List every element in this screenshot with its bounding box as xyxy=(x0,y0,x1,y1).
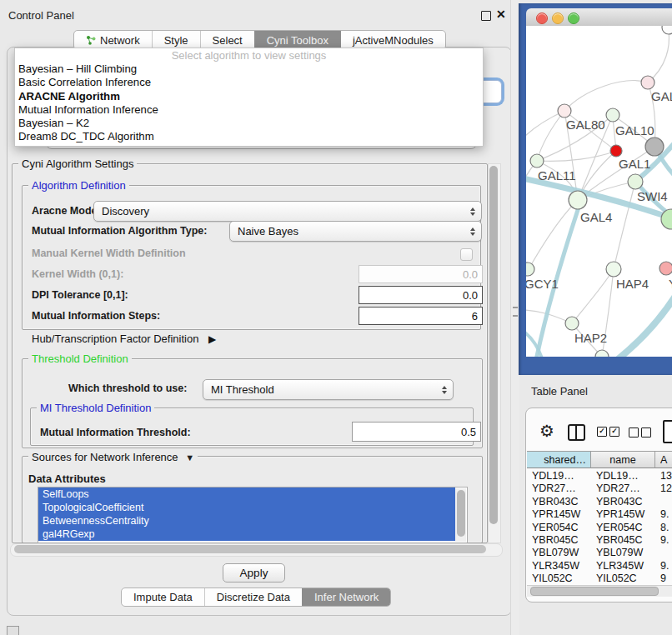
tab-impute-data[interactable]: Impute Data xyxy=(122,588,204,606)
hub-definition-label: Hub/Transcription Factor Definition xyxy=(32,332,198,345)
network-edge-thick[interactable] xyxy=(613,293,672,357)
network-node-gal4[interactable] xyxy=(569,191,587,209)
stepper-icon xyxy=(442,386,447,394)
node-label: GAL1 xyxy=(619,157,650,171)
table-cell: 9. xyxy=(660,560,672,572)
network-node-gcy1[interactable] xyxy=(526,262,534,276)
splitter-handle-icon[interactable] xyxy=(513,307,518,317)
network-edge[interactable] xyxy=(526,111,564,150)
node-label: GAL11 xyxy=(538,168,576,182)
tab-network[interactable]: Network xyxy=(74,31,152,49)
network-tab-icon xyxy=(86,35,96,45)
table-cell: YDR27… xyxy=(596,482,654,495)
table-row[interactable]: YBR045CYBR045C9. xyxy=(526,534,672,547)
mi-threshold-field[interactable]: 0.5 xyxy=(352,422,481,442)
attribute-item-selfloops[interactable]: SelfLoops xyxy=(38,488,455,501)
network-node-gal[interactable] xyxy=(641,76,654,89)
column-header-a[interactable]: A xyxy=(655,451,672,468)
network-window-titlebar[interactable] xyxy=(526,8,672,27)
table-cell: YBR045C xyxy=(532,534,589,547)
algo-option-mutual-information-inference[interactable]: Mutual Information Inference xyxy=(15,103,483,117)
network-node-gal11[interactable] xyxy=(530,154,544,168)
attributes-scrollbar-thumb[interactable] xyxy=(457,490,465,537)
algo-option-bayesian-k2[interactable]: Bayesian – K2 xyxy=(15,117,483,130)
network-node-gal10[interactable] xyxy=(606,108,619,122)
panel-corner-icon[interactable] xyxy=(7,626,19,635)
node-table[interactable]: YDL19…YDL19…13YDR27…YDR27…12YBR043CYBR04… xyxy=(526,470,672,585)
tab-cyni-toolbox[interactable]: Cyni Toolbox xyxy=(254,31,340,49)
network-edge[interactable] xyxy=(564,81,648,111)
network-node[interactable] xyxy=(645,138,664,156)
deselect-all-checks-icon[interactable] xyxy=(629,428,651,438)
network-graph[interactable]: GALGAL80GAL10GAL1GAL11SWI4GAL4GCY1HAP4YH… xyxy=(526,26,672,357)
tab-discretize-data[interactable]: Discretize Data xyxy=(204,588,302,606)
table-row[interactable]: YBR043CYBR043C xyxy=(526,496,672,508)
table-cell: YBL079W xyxy=(596,547,654,559)
table-row[interactable]: YLR345WYLR345W9. xyxy=(526,560,672,572)
network-node-swi4[interactable] xyxy=(628,174,643,189)
algo-option-bayesian-hill-climbing[interactable]: Bayesian – Hill Climbing xyxy=(15,62,483,76)
tab-style[interactable]: Style xyxy=(152,31,200,49)
dpi-tolerance-field[interactable]: 0.0 xyxy=(359,286,483,304)
table-cell: 12 xyxy=(660,482,672,495)
which-threshold-combobox[interactable]: MI Threshold xyxy=(203,379,454,400)
table-settings-gear-icon[interactable]: ⚙ xyxy=(539,421,554,441)
table-row[interactable]: YIL052CYIL052C9 xyxy=(526,572,672,585)
float-panel-icon[interactable] xyxy=(481,11,491,21)
table-horizontal-scrollbar-thumb[interactable] xyxy=(530,587,659,596)
column-header-name[interactable]: name xyxy=(591,451,655,468)
attribute-item-topologicalcoefficient[interactable]: TopologicalCoefficient xyxy=(38,501,455,514)
network-node-y[interactable] xyxy=(659,262,672,275)
network-edge[interactable] xyxy=(572,269,614,323)
attributes-scrollbar[interactable] xyxy=(455,488,466,542)
aracne-mode-label: Aracne Mode: xyxy=(32,205,101,217)
hub-definition-expander[interactable]: Hub/Transcription Factor Definition ▶ xyxy=(32,332,216,345)
dpi-tolerance-label: DPI Tolerance [0,1]: xyxy=(32,289,128,301)
table-cell: YBR043C xyxy=(532,496,589,508)
algo-option-basic-correlation-inference[interactable]: Basic Correlation Inference xyxy=(15,76,483,89)
aracne-mode-combobox[interactable]: Discovery xyxy=(93,201,482,222)
network-node-hap4[interactable] xyxy=(606,262,621,277)
table-cell: YIL052C xyxy=(596,572,654,585)
network-node-gal1[interactable] xyxy=(610,145,622,157)
attribute-item-gal4rgexp[interactable]: gal4RGexp xyxy=(38,528,455,541)
window-minimize-icon[interactable] xyxy=(552,12,564,24)
network-node-hap2[interactable] xyxy=(565,317,579,330)
mi-type-combobox[interactable]: Naive Bayes xyxy=(229,221,482,242)
settings-horizontal-scrollbar-thumb[interactable] xyxy=(14,545,486,553)
table-row[interactable]: YBL079WYBL079W xyxy=(526,547,672,559)
table-row[interactable]: YER054CYER054C8. xyxy=(526,522,672,534)
network-node[interactable] xyxy=(662,26,672,34)
table-cell: YDR27… xyxy=(532,482,589,495)
close-panel-icon[interactable]: ✕ xyxy=(496,8,506,21)
mi-threshold-group-title: MI Threshold Definition xyxy=(37,402,154,414)
mi-steps-field[interactable]: 6 xyxy=(359,307,483,325)
tab-infer-network[interactable]: Infer Network xyxy=(302,588,390,606)
window-close-icon[interactable] xyxy=(536,12,548,24)
stepper-icon xyxy=(470,208,475,216)
network-edge[interactable] xyxy=(648,32,669,82)
node-label: HAP2 xyxy=(574,331,607,345)
algo-option-dream8-dc-tdc-algorithm[interactable]: Dream8 DC_TDC Algorithm xyxy=(15,130,483,143)
sources-group-title[interactable]: Sources for Network Inference ▼ xyxy=(28,451,198,463)
network-edge[interactable] xyxy=(614,182,635,269)
export-table-icon[interactable] xyxy=(663,420,672,443)
algo-option-aracne-algorithm[interactable]: ARACNE Algorithm xyxy=(15,90,483,103)
column-header-shared[interactable]: shared… xyxy=(527,451,591,468)
table-row[interactable]: YDL19…YDL19…13 xyxy=(526,470,672,482)
tab-jactivemnodules[interactable]: jActiveMNodules xyxy=(340,31,445,49)
data-attributes-list[interactable]: SelfLoopsTopologicalCoefficientBetweenne… xyxy=(38,487,468,543)
node-label: GAL4 xyxy=(580,210,612,224)
table-row[interactable]: YPR145WYPR145W9. xyxy=(526,508,672,521)
table-row[interactable]: YDR27…YDR27…12 xyxy=(526,482,672,495)
settings-vertical-scrollbar-thumb[interactable] xyxy=(489,166,498,524)
column-layout-icon[interactable] xyxy=(568,424,585,441)
apply-button[interactable]: Apply xyxy=(223,563,285,582)
kernel-width-field: 0.0 xyxy=(359,265,483,283)
tab-select[interactable]: Select xyxy=(200,31,254,49)
network-node-gal80[interactable] xyxy=(558,104,571,118)
attribute-item-betweennesscentrality[interactable]: BetweennessCentrality xyxy=(38,514,455,528)
manual-kernel-checkbox[interactable] xyxy=(460,248,473,261)
window-zoom-icon[interactable] xyxy=(568,12,579,24)
select-all-checks-icon[interactable]: ✓ ✓ xyxy=(597,427,619,437)
